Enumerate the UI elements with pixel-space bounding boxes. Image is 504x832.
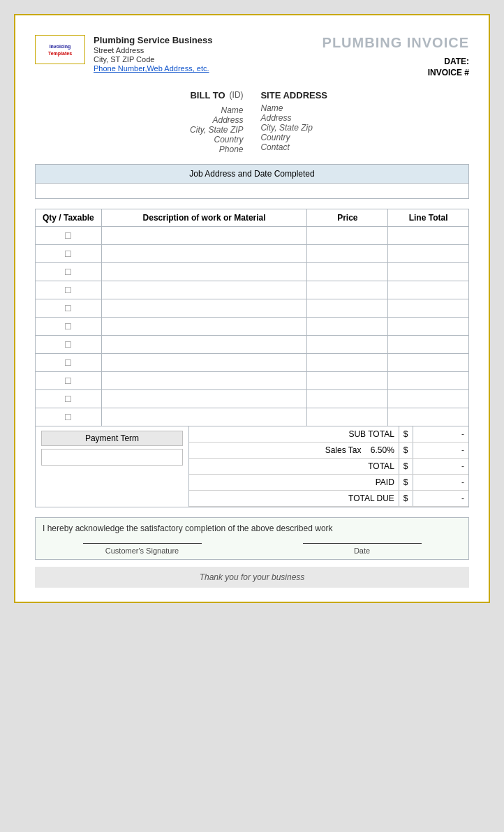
table-row: ☐ (36, 263, 469, 281)
invoice-num-row: INVOICE # (428, 68, 469, 77)
desc-cell[interactable] (101, 390, 307, 408)
totaldue-value: - (413, 491, 468, 507)
thank-you-text: Thank you for your business (200, 572, 305, 582)
desc-cell[interactable] (101, 281, 307, 299)
linetotal-cell[interactable] (388, 408, 469, 426)
company-city: City, ST ZIP Code (94, 55, 213, 64)
bill-to-title: BILL TO (190, 90, 225, 101)
customer-sig-label: Customer's Signature (105, 547, 179, 555)
paid-dollar: $ (399, 475, 413, 491)
salestax-dollar: $ (399, 443, 413, 459)
linetotal-cell[interactable] (388, 263, 469, 281)
checkbox-icon: ☐ (64, 304, 72, 313)
price-cell[interactable] (307, 227, 388, 245)
price-cell[interactable] (307, 354, 388, 372)
linetotal-cell[interactable] (388, 372, 469, 390)
desc-cell[interactable] (101, 354, 307, 372)
totals-table: SUB TOTAL $ - Sales Tax 6.50% $ - TOTAL … (189, 426, 468, 507)
total-dollar: $ (399, 459, 413, 475)
site-country: Country (260, 133, 469, 142)
linetotal-cell[interactable] (388, 318, 469, 336)
logo-templates-text: Templates (48, 51, 72, 56)
date-sig-label: Date (354, 547, 370, 555)
header-left: Invoicing Templates Plumbing Service Bus… (35, 35, 213, 73)
price-cell[interactable] (307, 299, 388, 318)
col-total-header: Line Total (388, 209, 469, 227)
date-label: DATE: (444, 57, 469, 66)
col-price-header: Price (307, 209, 388, 227)
invoice-header: Invoicing Templates Plumbing Service Bus… (35, 35, 469, 77)
checkbox-icon: ☐ (64, 340, 72, 350)
company-info: Plumbing Service Business Street Address… (94, 35, 213, 73)
bill-to-name: Name (35, 105, 244, 115)
totals-section: Payment Term SUB TOTAL $ - Sales Tax 6.5… (35, 426, 469, 507)
total-label: TOTAL (189, 459, 399, 475)
qty-cell: ☐ (36, 354, 102, 372)
payment-term-value[interactable] (41, 449, 183, 466)
linetotal-cell[interactable] (388, 245, 469, 263)
site-city: City, State Zip (260, 123, 469, 133)
subtotal-label: SUB TOTAL (189, 426, 399, 443)
qty-cell: ☐ (36, 372, 102, 390)
table-row: ☐ (36, 227, 469, 245)
site-name: Name (260, 103, 469, 113)
price-cell[interactable] (307, 281, 388, 299)
thank-you-section: Thank you for your business (35, 567, 469, 588)
desc-cell[interactable] (101, 336, 307, 354)
desc-cell[interactable] (101, 299, 307, 318)
qty-cell: ☐ (36, 299, 102, 318)
desc-cell[interactable] (101, 408, 307, 426)
desc-cell[interactable] (101, 263, 307, 281)
acknowledgment-section: I hereby acknowledge the satisfactory co… (35, 517, 469, 560)
linetotal-cell[interactable] (388, 336, 469, 354)
desc-cell[interactable] (101, 318, 307, 336)
table-row: ☐ (36, 336, 469, 354)
payment-term-box: Payment Term (36, 426, 189, 507)
linetotal-cell[interactable] (388, 390, 469, 408)
table-row: ☐ (36, 299, 469, 318)
salestax-value: - (413, 443, 468, 459)
qty-cell: ☐ (36, 227, 102, 245)
totaldue-row: TOTAL DUE $ - (189, 491, 468, 507)
bill-to-city: City, State ZIP (35, 125, 244, 135)
site-contact: Contact (260, 142, 469, 152)
price-cell[interactable] (307, 245, 388, 263)
logo: Invoicing Templates (35, 35, 85, 64)
salestax-row: Sales Tax 6.50% $ - (189, 443, 468, 459)
bill-to-country: Country (35, 135, 244, 144)
qty-cell: ☐ (36, 263, 102, 281)
paid-row: PAID $ - (189, 475, 468, 491)
price-cell[interactable] (307, 263, 388, 281)
desc-cell[interactable] (101, 245, 307, 263)
bill-to-block: BILL TO (ID) Name Address City, State ZI… (35, 90, 244, 154)
price-cell[interactable] (307, 390, 388, 408)
price-cell[interactable] (307, 318, 388, 336)
desc-cell[interactable] (101, 372, 307, 390)
salestax-label-text: Sales Tax (325, 445, 362, 455)
price-cell[interactable] (307, 372, 388, 390)
checkbox-icon: ☐ (64, 231, 72, 241)
job-body-cell[interactable] (36, 184, 469, 199)
linetotal-cell[interactable] (388, 354, 469, 372)
desc-cell[interactable] (101, 227, 307, 245)
salestax-label: Sales Tax 6.50% (189, 443, 399, 459)
linetotal-cell[interactable] (388, 299, 469, 318)
logo-invoicing-text: Invoicing (50, 44, 71, 49)
checkbox-icon: ☐ (64, 267, 72, 277)
company-name: Plumbing Service Business (94, 35, 213, 45)
table-row: ☐ (36, 281, 469, 299)
col-qty-header: Qty / Taxable (36, 209, 102, 227)
billing-section: BILL TO (ID) Name Address City, State ZI… (35, 90, 469, 154)
checkbox-icon: ☐ (64, 376, 72, 386)
header-right: PLUMBING INVOICE DATE: INVOICE # (323, 35, 469, 77)
customer-sig-line (83, 543, 202, 544)
price-cell[interactable] (307, 408, 388, 426)
company-contact: Phone Number,Web Address, etc. (94, 64, 213, 73)
col-desc-header: Description of work or Material (101, 209, 307, 227)
linetotal-cell[interactable] (388, 281, 469, 299)
linetotal-cell[interactable] (388, 227, 469, 245)
site-address-title: SITE ADDRESS (260, 90, 327, 101)
table-row: ☐ (36, 354, 469, 372)
price-cell[interactable] (307, 336, 388, 354)
subtotal-value: - (413, 426, 468, 443)
